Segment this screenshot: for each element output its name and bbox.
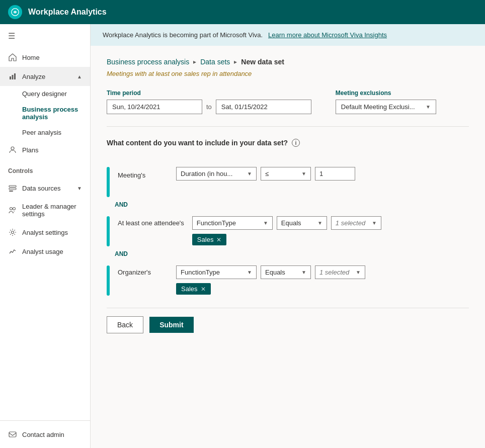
svg-point-9: [13, 208, 16, 210]
sidebar: ☰ Home Analyze ▲ Query des: [0, 24, 91, 448]
organizer-operator-value: Equals: [265, 268, 285, 276]
svg-rect-1: [10, 76, 11, 79]
start-date-input[interactable]: [107, 100, 202, 114]
home-label: Home: [22, 54, 40, 61]
sidebar-item-query-designer[interactable]: Query designer: [22, 86, 90, 102]
time-period-label: Time period: [107, 89, 311, 97]
banner-link[interactable]: Learn more about Microsoft Viva Insights: [268, 31, 387, 39]
meetings-field-dropdown[interactable]: Duration (in hou... ▼: [176, 167, 257, 181]
data-sources-icon: [8, 184, 17, 193]
organizer-selected-dropdown[interactable]: 1 selected ▼: [315, 265, 365, 279]
app-title: Workplace Analytics: [28, 8, 107, 17]
svg-rect-7: [9, 191, 13, 192]
breadcrumb-bpa[interactable]: Business process analysis: [107, 58, 189, 66]
organizer-field-dropdown[interactable]: FunctionType ▼: [176, 265, 257, 279]
leader-manager-label: Leader & manager settings: [22, 203, 82, 218]
action-row: Back Submit: [107, 308, 469, 341]
breadcrumb-sep-2: ▸: [234, 58, 237, 65]
svg-rect-3: [14, 73, 16, 79]
filter-container: Meeting's Duration (in hou... ▼ ≤ ▼: [107, 159, 469, 304]
svg-point-8: [10, 208, 13, 210]
filter-controls-meetings: Duration (in hou... ▼ ≤ ▼: [176, 167, 469, 181]
time-period-inputs: to: [107, 100, 311, 114]
filter-controls-organizer: FunctionType ▼ Equals ▼ 1 selected ▼: [176, 265, 469, 295]
attendee-selected-arrow-icon: ▼: [372, 220, 377, 226]
analyst-settings-label: Analyst settings: [22, 229, 68, 236]
sidebar-item-business-process[interactable]: Business process analysis: [22, 102, 90, 125]
organizer-tag-sales-close[interactable]: ✕: [201, 286, 206, 293]
analyze-chevron-icon: ▲: [77, 74, 82, 79]
sidebar-item-data-sources[interactable]: Data sources ▼: [0, 178, 90, 198]
meetings-field-arrow-icon: ▼: [247, 171, 252, 176]
data-sources-chevron-icon: ▼: [77, 186, 82, 191]
hamburger-menu[interactable]: ☰: [0, 24, 90, 48]
organizer-selected-value: 1 selected: [319, 268, 349, 276]
attendee-operator-dropdown[interactable]: Equals ▼: [277, 216, 327, 230]
analyst-settings-icon: [8, 228, 17, 237]
home-icon: [8, 53, 17, 62]
analyst-usage-label: Analyst usage: [22, 248, 63, 255]
organizer-operator-dropdown[interactable]: Equals ▼: [261, 265, 311, 279]
sidebar-item-leader-manager[interactable]: Leader & manager settings: [0, 198, 90, 223]
organizer-selected-arrow-icon: ▼: [356, 270, 361, 275]
meetings-operator-dropdown[interactable]: ≤ ▼: [261, 167, 311, 181]
attendee-tag-sales-close[interactable]: ✕: [216, 236, 221, 243]
attendee-tag-sales: Sales ✕: [192, 234, 227, 245]
leader-manager-icon: [8, 206, 17, 215]
attendee-field-dropdown[interactable]: FunctionType ▼: [192, 216, 273, 230]
sidebar-item-peer-analysis[interactable]: Peer analysis: [22, 125, 90, 140]
meetings-operator-value: ≤: [265, 170, 269, 177]
and-label-1: AND: [107, 201, 469, 208]
analyze-icon: [8, 72, 17, 81]
sidebar-item-plans[interactable]: Plans: [0, 140, 90, 159]
filter-label-meetings: Meeting's: [118, 168, 168, 179]
content-question: What content do you want to include in y…: [107, 139, 469, 147]
attendee-operator-value: Equals: [281, 219, 301, 227]
filter-bar-meetings: [107, 167, 110, 197]
organizer-tag-sales: Sales ✕: [176, 283, 211, 295]
filter-control-row-organizer: FunctionType ▼ Equals ▼ 1 selected ▼: [176, 265, 469, 279]
sidebar-item-analyze[interactable]: Analyze ▲: [0, 67, 90, 86]
time-exclusion-section: Time period to Meeting exclusions Defaul…: [107, 89, 469, 127]
plans-label: Plans: [22, 146, 39, 154]
meeting-exclusions-group: Meeting exclusions Default Meeting Exclu…: [336, 89, 436, 114]
end-date-input[interactable]: [216, 100, 311, 114]
contact-admin-label: Contact admin: [22, 431, 64, 438]
sidebar-item-home[interactable]: Home: [0, 48, 90, 67]
svg-point-4: [11, 147, 14, 150]
meeting-exclusions-dropdown[interactable]: Default Meeting Exclusi... ▼: [336, 100, 436, 114]
organizer-field-arrow-icon: ▼: [247, 270, 252, 275]
attendee-selected-value: 1 selected: [336, 219, 365, 227]
sidebar-item-contact-admin[interactable]: Contact admin: [0, 425, 90, 444]
filter-label-organizer: Organizer's: [118, 265, 168, 276]
svg-rect-6: [9, 188, 16, 190]
analyst-usage-icon: [8, 247, 17, 256]
meeting-exclusions-label: Meeting exclusions: [336, 89, 436, 97]
meetings-operator-arrow-icon: ▼: [301, 171, 306, 176]
meetings-field-value: Duration (in hou...: [181, 170, 232, 177]
breadcrumb-current: New data set: [241, 58, 284, 66]
banner: Workplace Analytics is becoming part of …: [91, 24, 485, 46]
page-content: Business process analysis ▸ Data sets ▸ …: [91, 46, 485, 448]
submit-button[interactable]: Submit: [149, 317, 193, 333]
organizer-field-value: FunctionType: [181, 268, 220, 276]
plans-icon: [8, 145, 17, 154]
sidebar-bottom: Contact admin: [0, 420, 90, 448]
attendee-selected-dropdown[interactable]: 1 selected ▼: [331, 216, 381, 230]
info-icon[interactable]: i: [292, 139, 300, 147]
back-button[interactable]: Back: [107, 316, 143, 333]
attendee-operator-arrow-icon: ▼: [317, 220, 322, 226]
filter-bar-organizer: [107, 265, 110, 296]
controls-section-label: Controls: [0, 159, 90, 178]
filter-controls-attendee: FunctionType ▼ Equals ▼ 1 selected ▼: [192, 216, 469, 245]
page-subtitle: Meetings with at least one sales rep in …: [107, 70, 469, 77]
meeting-exclusions-value: Default Meeting Exclusi...: [341, 103, 415, 111]
svg-point-10: [12, 231, 14, 234]
sidebar-subnav-analyze: Query designer Business process analysis…: [0, 86, 90, 140]
meetings-value-input[interactable]: [315, 167, 355, 181]
breadcrumb-datasets[interactable]: Data sets: [200, 58, 230, 66]
sidebar-item-analyst-usage[interactable]: Analyst usage: [0, 242, 90, 261]
and-label-2: AND: [107, 250, 469, 257]
filter-bar-attendee: [107, 216, 110, 246]
sidebar-item-analyst-settings[interactable]: Analyst settings: [0, 223, 90, 242]
